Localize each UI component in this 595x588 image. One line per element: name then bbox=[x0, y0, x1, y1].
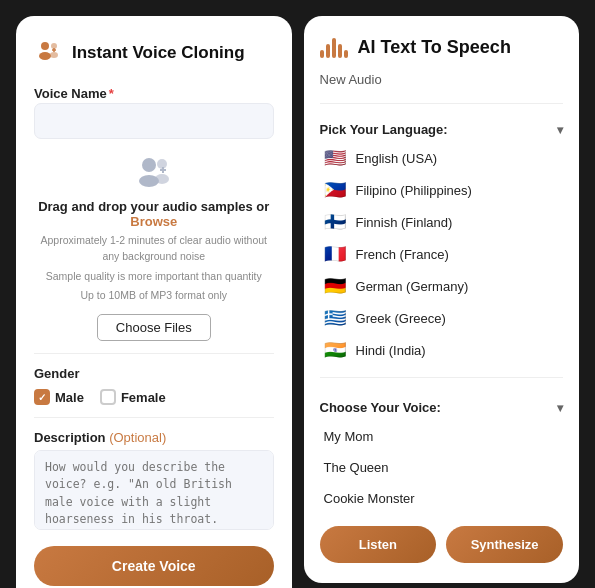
voice-name-label: Voice Name* bbox=[34, 86, 274, 101]
create-voice-button[interactable]: Create Voice bbox=[34, 546, 274, 586]
language-chevron-icon: ▾ bbox=[557, 123, 563, 137]
right-panel: AI Text To Speech New Audio Pick Your La… bbox=[304, 16, 579, 583]
flag-icon: 🇬🇷 bbox=[324, 309, 346, 327]
language-name: English (USA) bbox=[356, 151, 438, 166]
flag-icon: 🇩🇪 bbox=[324, 277, 346, 295]
divider-right-1 bbox=[320, 103, 563, 104]
description-textarea[interactable] bbox=[34, 450, 274, 530]
divider-2 bbox=[34, 417, 274, 418]
voice-name-input[interactable] bbox=[34, 103, 274, 139]
gender-label: Gender bbox=[34, 366, 274, 381]
voice-item[interactable]: Cookie Monster bbox=[320, 483, 563, 514]
voice-list: My MomThe QueenCookie Monster bbox=[320, 421, 563, 514]
language-item[interactable]: 🇩🇪German (Germany) bbox=[320, 271, 563, 301]
gender-options: ✓ Male Female bbox=[34, 389, 274, 405]
language-item[interactable]: 🇺🇸English (USA) bbox=[320, 143, 563, 173]
gender-female-option[interactable]: Female bbox=[100, 389, 166, 405]
waveform-icon bbox=[320, 36, 348, 58]
left-panel-title: Instant Voice Cloning bbox=[72, 43, 245, 63]
choose-voice-dropdown[interactable]: Choose Your Voice: ▾ bbox=[320, 394, 563, 421]
svg-point-1 bbox=[39, 52, 51, 60]
upload-icon bbox=[132, 151, 176, 195]
gender-male-option[interactable]: ✓ Male bbox=[34, 389, 84, 405]
upload-title: Drag and drop your audio samples or Brow… bbox=[34, 199, 274, 229]
voice-item[interactable]: The Queen bbox=[320, 452, 563, 483]
listen-button[interactable]: Listen bbox=[320, 526, 437, 563]
language-name: French (France) bbox=[356, 247, 449, 262]
left-panel: Instant Voice Cloning Voice Name* Dr bbox=[16, 16, 292, 588]
svg-point-6 bbox=[142, 158, 156, 172]
bottom-buttons: Listen Synthesize bbox=[320, 526, 563, 563]
voice-clone-icon bbox=[34, 36, 62, 70]
language-item[interactable]: 🇫🇮Finnish (Finland) bbox=[320, 207, 563, 237]
right-panel-title: AI Text To Speech bbox=[358, 37, 511, 58]
language-name: Greek (Greece) bbox=[356, 311, 446, 326]
language-section: Pick Your Language: ▾ 🇺🇸English (USA)🇵🇭F… bbox=[320, 116, 563, 365]
voice-chevron-icon: ▾ bbox=[557, 401, 563, 415]
upload-hint1: Approximately 1-2 minutes of clear audio… bbox=[34, 233, 274, 265]
choose-voice-label: Choose Your Voice: bbox=[320, 400, 441, 415]
language-item[interactable]: 🇵🇭Filipino (Philippines) bbox=[320, 175, 563, 205]
voice-section: Choose Your Voice: ▾ My MomThe QueenCook… bbox=[320, 394, 563, 514]
divider-right-2 bbox=[320, 377, 563, 378]
divider-1 bbox=[34, 353, 274, 354]
browse-link[interactable]: Browse bbox=[130, 214, 177, 229]
upload-hint2: Sample quality is more important than qu… bbox=[46, 269, 262, 285]
synthesize-button[interactable]: Synthesize bbox=[446, 526, 563, 563]
svg-point-3 bbox=[50, 52, 58, 58]
svg-point-9 bbox=[155, 174, 169, 184]
language-name: German (Germany) bbox=[356, 279, 469, 294]
pick-language-dropdown[interactable]: Pick Your Language: ▾ bbox=[320, 116, 563, 143]
flag-icon: 🇫🇮 bbox=[324, 213, 346, 231]
male-label: Male bbox=[55, 390, 84, 405]
male-checkbox[interactable]: ✓ bbox=[34, 389, 50, 405]
voice-item[interactable]: My Mom bbox=[320, 421, 563, 452]
upload-hint3: Up to 10MB of MP3 format only bbox=[81, 288, 227, 304]
language-item[interactable]: 🇫🇷French (France) bbox=[320, 239, 563, 269]
language-item[interactable]: 🇬🇷Greek (Greece) bbox=[320, 303, 563, 333]
right-header: AI Text To Speech bbox=[320, 36, 563, 58]
flag-icon: 🇵🇭 bbox=[324, 181, 346, 199]
flag-icon: 🇫🇷 bbox=[324, 245, 346, 263]
pick-language-label: Pick Your Language: bbox=[320, 122, 448, 137]
new-audio-label: New Audio bbox=[320, 72, 563, 87]
left-header: Instant Voice Cloning bbox=[34, 36, 274, 70]
language-item[interactable]: 🇮🇳Hindi (India) bbox=[320, 335, 563, 365]
choose-files-button[interactable]: Choose Files bbox=[97, 314, 211, 341]
description-section: Description (Optional) bbox=[34, 430, 274, 530]
voice-name-section: Voice Name* bbox=[34, 86, 274, 139]
female-checkbox[interactable] bbox=[100, 389, 116, 405]
female-label: Female bbox=[121, 390, 166, 405]
gender-section: Gender ✓ Male Female bbox=[34, 366, 274, 405]
upload-area: Drag and drop your audio samples or Brow… bbox=[34, 151, 274, 341]
svg-point-0 bbox=[41, 42, 49, 50]
flag-icon: 🇮🇳 bbox=[324, 341, 346, 359]
language-name: Finnish (Finland) bbox=[356, 215, 453, 230]
language-list: 🇺🇸English (USA)🇵🇭Filipino (Philippines)🇫… bbox=[320, 143, 563, 365]
language-name: Filipino (Philippines) bbox=[356, 183, 472, 198]
description-label: Description (Optional) bbox=[34, 430, 274, 445]
flag-icon: 🇺🇸 bbox=[324, 149, 346, 167]
language-name: Hindi (India) bbox=[356, 343, 426, 358]
